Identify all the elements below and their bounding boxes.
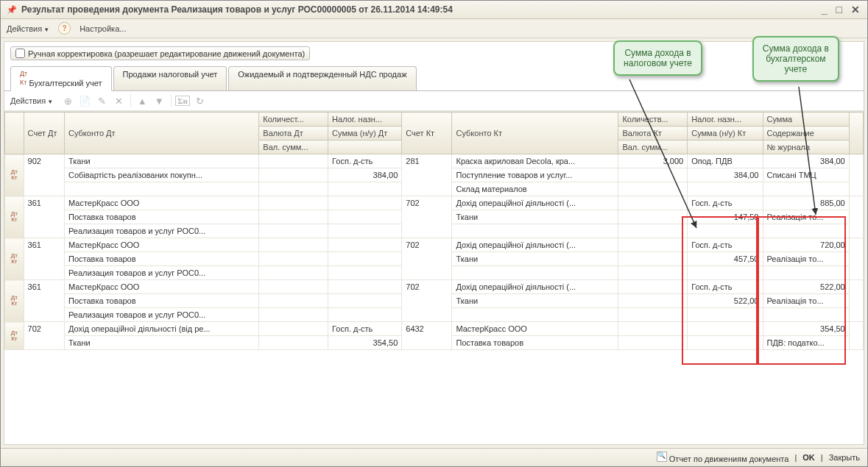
help-icon[interactable]: ?	[58, 22, 71, 35]
cell-content: Списані ТМЦ	[763, 168, 849, 182]
cell-sum: 522,00	[763, 280, 849, 294]
actions-menu[interactable]: Действия▼	[7, 24, 49, 33]
cell-tax-kt	[688, 322, 763, 336]
manual-correction-input[interactable]	[15, 49, 25, 58]
cell-acct-dt: 361	[24, 280, 64, 322]
cell-sub-dt: МастерКрасс ООО	[65, 238, 259, 252]
cell-sub-dt: Поставка товаров	[65, 210, 259, 224]
tab-expected-vat[interactable]: Ожидаемый и подтвержденный НДС продаж	[228, 66, 416, 90]
table-row[interactable]: ДтКт 902 Ткани Госп. д-сть 281 Краска ак…	[5, 154, 864, 168]
cell-sub-dt: Ткани	[65, 336, 259, 350]
window-title: Результат проведения документа Реализаци…	[21, 4, 820, 15]
cell-sumnu-kt: 384,00	[688, 168, 763, 182]
settings-button[interactable]: Настройка...	[80, 24, 126, 33]
cell-acct-kt: 702	[402, 238, 452, 280]
col-journal[interactable]: № журнала	[763, 140, 849, 154]
col-tax-dt[interactable]: Налог. назн...	[328, 113, 402, 126]
row-marker: ДтКт	[5, 322, 24, 350]
cell-tax-dt	[328, 196, 402, 210]
tab-accounting-icon: ДтКт	[20, 70, 27, 86]
col-sumnu-dt[interactable]: Сумма (н/у) Дт	[328, 126, 402, 140]
col-qty-kt[interactable]: Количеств...	[618, 113, 688, 126]
table-row[interactable]: ДтКт 361 МастерКрасс ООО 702 Дохід опера…	[5, 280, 864, 294]
cell-qty-dt	[259, 280, 328, 294]
cell-qty-kt	[618, 280, 688, 294]
cell-sub-dt: Собівартість реалізованих покупн...	[65, 168, 259, 182]
refresh-icon[interactable]: ↻	[193, 94, 206, 107]
copy-icon[interactable]: 📄	[78, 94, 91, 107]
cell-sub-dt: Реализация товаров и услуг РОС0...	[65, 266, 259, 280]
cell-qty-dt	[259, 196, 328, 210]
grid-actions-menu[interactable]: Действия▼	[10, 96, 53, 105]
col-qty-dt[interactable]: Количест...	[259, 113, 328, 126]
footer: Отчет по движениям документа | OK | Закр…	[1, 448, 867, 466]
col-sub-kt[interactable]: Субконто Кт	[452, 113, 618, 154]
col-sub-dt[interactable]: Субконто Дт	[65, 113, 259, 154]
cell-sub-dt: МастерКрасс ООО	[65, 196, 259, 210]
cell-sub-kt: Поставка товаров	[452, 336, 618, 350]
col-currency-dt[interactable]: Валюта Дт	[259, 126, 328, 140]
col-valsum-dt[interactable]: Вал. сумм...	[259, 140, 328, 154]
manual-correction-checkbox[interactable]: Ручная корректировка (разрешает редактир…	[10, 46, 310, 60]
cell-sub-kt: Краска акриловая Decola, кра...	[452, 154, 618, 168]
menubar: Действия▼ ? Настройка...	[1, 19, 867, 38]
ok-button[interactable]: OK	[802, 453, 815, 462]
col-currency-kt[interactable]: Валюта Кт	[618, 126, 688, 140]
col-acct-kt[interactable]: Счет Кт	[402, 113, 452, 154]
col-tax-kt[interactable]: Налог. назн...	[688, 113, 763, 126]
cell-sub-kt: Ткани	[452, 252, 618, 266]
cell-sub-dt	[65, 182, 259, 196]
cell-content: Реалізація то...	[763, 294, 849, 308]
cell-sumnu-dt	[328, 210, 402, 224]
cell-sub-dt: Дохід операційної діяльності (від ре...	[65, 322, 259, 336]
cell-sum: 354,50	[763, 322, 849, 336]
col-content[interactable]: Содержание	[763, 126, 849, 140]
cell-sub-kt: Ткани	[452, 210, 618, 224]
moveup-icon[interactable]: ▲	[130, 94, 149, 107]
cell-sub-kt	[452, 224, 618, 238]
delete-icon[interactable]: ✕	[112, 94, 125, 107]
cell-sub-kt	[452, 308, 618, 322]
cell-sub-dt: МастерКрасс ООО	[65, 280, 259, 294]
cell-sub-kt: Дохід операційної діяльності (...	[452, 238, 618, 252]
sigma-icon[interactable]: Σн	[171, 94, 189, 107]
col-sumnu-kt[interactable]: Сумма (н/у) Кт	[688, 126, 763, 140]
cell-content: Реалізація то...	[763, 210, 849, 224]
maximize-button[interactable]: □	[835, 4, 844, 15]
col-valsum-kt[interactable]: Вал. сумм...	[618, 140, 688, 154]
cell-tax-dt: Госп. д-сть	[328, 154, 402, 168]
pin-icon: 📌	[7, 5, 17, 15]
close-footer-button[interactable]: Закрыть	[829, 453, 860, 462]
tab-tax-sales[interactable]: Продажи налоговый учет	[113, 66, 227, 90]
col-scroll	[849, 113, 863, 154]
add-icon[interactable]: ⊕	[61, 94, 74, 107]
cell-sub-dt: Поставка товаров	[65, 294, 259, 308]
cell-tax-kt: Госп. д-сть	[688, 196, 763, 210]
cell-qty-dt	[259, 238, 328, 252]
edit-icon[interactable]: ✎	[95, 94, 108, 107]
close-button[interactable]: ✕	[850, 4, 861, 15]
cell-qty-kt: 3,000	[618, 154, 688, 168]
col-sum[interactable]: Сумма	[763, 113, 849, 126]
table-row[interactable]: ДтКт 361 МастерКрасс ООО 702 Дохід опера…	[5, 238, 864, 252]
tab-accounting[interactable]: ДтКт Бухгалтерский учет	[10, 66, 112, 91]
cell-sumnu-dt	[328, 294, 402, 308]
movedown-icon[interactable]: ▼	[152, 94, 166, 107]
grid-area[interactable]: Счет Дт Субконто Дт Количест... Налог. н…	[4, 111, 864, 444]
table-row[interactable]: ДтКт 361 МастерКрасс ООО 702 Дохід опера…	[5, 196, 864, 210]
col-marker[interactable]	[5, 113, 24, 154]
row-marker: ДтКт	[5, 196, 24, 238]
cell-sub-dt: Реализация товаров и услуг РОС0...	[65, 224, 259, 238]
cell-qty-kt	[618, 238, 688, 252]
cell-sub-dt: Поставка товаров	[65, 252, 259, 266]
cell-qty-dt	[259, 154, 328, 168]
minimize-button[interactable]: _	[820, 4, 829, 15]
cell-sumnu-dt: 354,50	[328, 336, 402, 350]
cell-tax-kt: Госп. д-сть	[688, 238, 763, 252]
cell-content: Реалізація то...	[763, 252, 849, 266]
cell-sub-kt: МастерКрасс ООО	[452, 322, 618, 336]
col-acct-dt[interactable]: Счет Дт	[24, 113, 64, 154]
cell-sub-kt	[452, 266, 618, 280]
report-movements-button[interactable]: Отчет по движениям документа	[657, 452, 789, 463]
table-row[interactable]: ДтКт 702 Дохід операційної діяльності (в…	[5, 322, 864, 336]
